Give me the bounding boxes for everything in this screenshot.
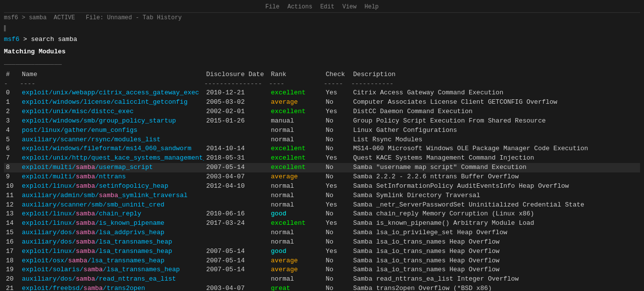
cell-check: No xyxy=(323,172,351,182)
cell-date xyxy=(204,191,269,201)
cell-num: 21 xyxy=(4,284,20,291)
name-suffix: /lsa_addprivs_heap xyxy=(95,229,164,236)
cell-name: exploit/windows/smb/group_policy_startup xyxy=(20,117,204,126)
cell-rank: excellent xyxy=(269,219,324,228)
name-samba-highlight: samba xyxy=(68,257,87,264)
cell-name: exploit/linux/samba/is_known_pipename xyxy=(20,219,204,228)
table-row: 18exploit/osx/samba/lsa_transnames_heap2… xyxy=(4,256,640,266)
cell-date: 2014-10-14 xyxy=(204,144,269,154)
cell-name: auxiliary/scanner/rsync/modules_list xyxy=(20,135,204,145)
cell-num: 19 xyxy=(4,265,20,275)
header-date: Disclosure Date xyxy=(204,70,269,80)
section-underline: _______________ xyxy=(4,58,640,67)
cell-desc: Samba _netr_ServerPasswordSet Uninitiali… xyxy=(351,201,640,210)
table-row: 8exploit/multi/samba/usermap_script2007-… xyxy=(4,163,640,172)
cell-name: auxiliary/admin/smb/samba_symlink_traver… xyxy=(20,191,204,201)
terminal: File Actions Edit View Help msf6 > samba… xyxy=(0,0,644,291)
cell-date: 2003-04-07 xyxy=(204,172,269,182)
cell-desc: Samba is_known_pipename() Arbitrary Modu… xyxy=(351,219,640,228)
name-prefix: exploit/osx/ xyxy=(22,257,68,264)
cell-desc: MS14-060 Microsoft Windows OLE Package M… xyxy=(351,144,640,154)
name-prefix: auxiliary/dos/ xyxy=(22,229,76,236)
div-rank: ---- xyxy=(269,80,324,89)
cell-name: exploit/unix/misc/distcc_exec xyxy=(20,107,204,117)
name-samba-highlight: samba xyxy=(76,238,95,246)
cell-rank: average xyxy=(269,256,324,266)
name-prefix: exploit/multi/ xyxy=(22,173,76,180)
cell-num: 18 xyxy=(4,256,20,266)
name-samba-highlight: samba xyxy=(76,229,95,236)
cell-check: Yes xyxy=(323,107,351,117)
table-row: 1exploit/windows/license/calicclnt_getco… xyxy=(4,98,640,107)
name-suffix: /nttrans xyxy=(95,173,126,180)
cell-desc: Samba 2.2.2 - 2.2.6 nttrans Buffer Overf… xyxy=(351,172,640,182)
cell-name: exploit/linux/samba/setinfopolicy_heap xyxy=(20,182,204,191)
table-row: 2exploit/unix/misc/distcc_exec2002-02-01… xyxy=(4,107,640,117)
cell-check: No xyxy=(323,256,351,266)
name-prefix: exploit/multi/ xyxy=(22,164,76,171)
cell-check: No xyxy=(323,265,351,275)
cell-rank: excellent xyxy=(269,154,324,163)
menu-actions[interactable]: Actions xyxy=(287,3,312,11)
cell-date: 2007-05-14 xyxy=(204,163,269,172)
cell-desc: Citrix Access Gateway Command Execution xyxy=(351,88,640,98)
cell-check: No xyxy=(323,191,351,201)
cell-num: 2 xyxy=(4,107,20,117)
cell-check: No xyxy=(323,275,351,284)
top-menu[interactable]: File Actions Edit View Help xyxy=(4,3,640,13)
cell-name: exploit/windows/fileformat/ms14_060_sand… xyxy=(20,144,204,154)
name-suffix: /lsa_transnames_heap xyxy=(87,257,164,264)
prompt-command: search samba xyxy=(31,36,78,43)
table-row: 6exploit/windows/fileformat/ms14_060_san… xyxy=(4,144,640,154)
name-samba-highlight: samba xyxy=(76,164,95,171)
name-suffix: /lsa_transnames_heap xyxy=(95,248,172,255)
div-name: ---- xyxy=(20,80,204,89)
cell-rank: normal xyxy=(269,135,324,145)
cell-desc: Samba read_nttrans_ea_list Integer Overf… xyxy=(351,275,640,284)
cell-check: Yes xyxy=(323,219,351,228)
header-name: Name xyxy=(20,70,204,80)
cell-rank: good xyxy=(269,209,324,219)
name-samba-highlight: samba xyxy=(76,219,95,227)
cell-desc: Linux Gather Configurations xyxy=(351,126,640,135)
name-samba-highlight: samba xyxy=(76,182,95,190)
cell-rank: average xyxy=(269,265,324,275)
table-row: 0exploit/unix/webapp/citrix_access_gatew… xyxy=(4,88,640,98)
cell-date: 2015-01-26 xyxy=(204,117,269,126)
table-row: 19exploit/solaris/samba/lsa_transnames_h… xyxy=(4,265,640,275)
cell-date: 2010-06-16 xyxy=(204,209,269,219)
cell-rank: normal xyxy=(269,228,324,238)
input-placeholder: ▌ xyxy=(4,25,640,33)
name-suffix: /chain_reply xyxy=(95,210,142,217)
menu-view[interactable]: View xyxy=(342,3,357,11)
cell-check: No xyxy=(323,126,351,135)
table-row: 3exploit/windows/smb/group_policy_startu… xyxy=(4,117,640,126)
menu-edit[interactable]: Edit xyxy=(320,3,334,11)
name-suffix: /usermap_script xyxy=(95,164,153,171)
menu-file[interactable]: File xyxy=(265,3,280,11)
name-prefix: exploit/linux/ xyxy=(22,210,76,217)
cell-date xyxy=(204,135,269,145)
cell-num: 11 xyxy=(4,191,20,201)
header-check: Check xyxy=(323,70,351,80)
cell-num: 14 xyxy=(4,219,20,228)
cell-date xyxy=(204,275,269,284)
cell-date: 2005-03-02 xyxy=(204,98,269,107)
div-date: --------------- xyxy=(204,80,269,89)
menu-help[interactable]: Help xyxy=(364,3,379,11)
cell-num: 15 xyxy=(4,228,20,238)
cell-date: 2002-02-01 xyxy=(204,107,269,117)
cell-name: auxiliary/dos/samba/lsa_transnames_heap xyxy=(20,238,204,247)
cell-num: 9 xyxy=(4,172,20,182)
table-row: 5auxiliary/scanner/rsync/modules_listnor… xyxy=(4,135,640,145)
cell-check: No xyxy=(323,98,351,107)
cell-desc: Samba lsa_io_trans_names Heap Overflow xyxy=(351,265,640,275)
cell-rank: great xyxy=(269,284,324,291)
table-row: 10exploit/linux/samba/setinfopolicy_heap… xyxy=(4,182,640,191)
cell-name: exploit/unix/http/quest_kace_systems_man… xyxy=(20,154,204,163)
name-prefix: exploit/freebsd/ xyxy=(22,285,83,291)
table-row: 20auxiliary/dos/samba/read_nttrans_ea_li… xyxy=(4,275,640,284)
cell-num: 12 xyxy=(4,201,20,210)
name-prefix: exploit/linux/ xyxy=(22,182,76,190)
cell-rank: normal xyxy=(269,191,324,201)
